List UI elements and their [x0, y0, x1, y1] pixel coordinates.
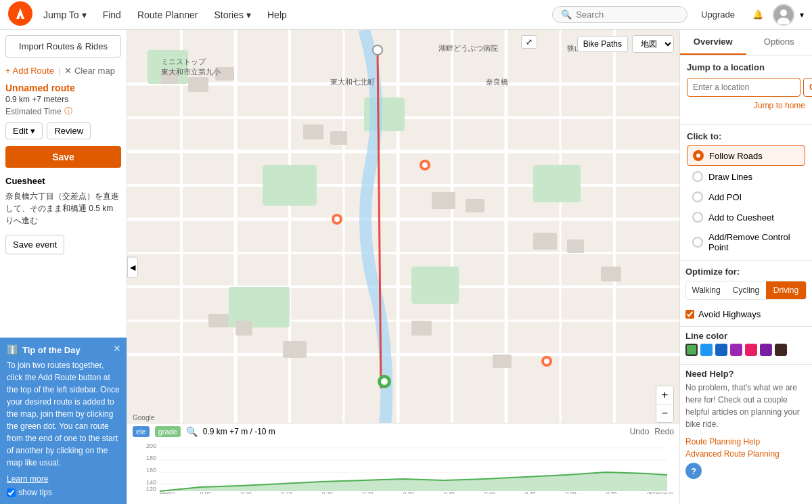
clear-map-button[interactable]: ✕ Clear map	[64, 66, 115, 76]
tip-close-button[interactable]: ✕	[113, 343, 121, 354]
svg-rect-41	[235, 321, 252, 336]
zoom-out-button[interactable]: −	[656, 405, 673, 422]
line-color-title: Line color	[680, 327, 812, 344]
svg-text:160: 160	[146, 467, 156, 474]
show-tips-checkbox[interactable]	[7, 488, 16, 497]
route-name: Unnamed route	[0, 78, 127, 95]
svg-rect-38	[567, 239, 584, 253]
cuesheet-title: Cuesheet	[0, 170, 127, 189]
advanced-route-planning-link[interactable]: Advanced Route Planning	[680, 448, 812, 460]
learn-more-link[interactable]: Learn more	[7, 474, 48, 484]
find-nav[interactable]: Find	[97, 5, 127, 24]
top-navigation: Jump To ▾ Find Route Planner Stories ▾ H…	[0, 0, 812, 30]
route-planning-help-link[interactable]: Route Planning Help	[680, 436, 812, 448]
option-add-cuesheet[interactable]: Add to Cuesheet	[687, 208, 805, 227]
search-input[interactable]	[576, 9, 671, 20]
option-follow-roads[interactable]: Follow Roads	[687, 145, 805, 166]
radio-add-poi	[692, 191, 703, 202]
jump-home-link[interactable]: Jump to home	[687, 101, 805, 110]
elevation-controls: ele grade 🔍 0.9 km +7 m / -10 m Undo Red…	[133, 426, 674, 437]
svg-text:0.35: 0.35	[444, 490, 455, 494]
avoid-highways-label: Avoid Highways	[698, 309, 761, 319]
review-button[interactable]: Review	[47, 122, 91, 139]
color-pink[interactable]	[745, 344, 757, 356]
notification-icon[interactable]: 🔔	[748, 5, 767, 24]
route-planner-nav[interactable]: Route Planner	[132, 5, 204, 24]
svg-text:140: 140	[146, 479, 156, 486]
svg-text:200: 200	[146, 442, 156, 449]
map-label: ミニストップ東大和市立第九小	[161, 57, 221, 77]
help-icon[interactable]: ?	[685, 463, 702, 479]
opt-driving[interactable]: Driving	[766, 281, 806, 299]
color-blue[interactable]	[700, 344, 713, 356]
color-brown[interactable]	[775, 344, 787, 356]
color-dark-purple[interactable]	[760, 344, 772, 356]
elevation-toggle[interactable]: ele	[133, 426, 150, 437]
save-button[interactable]: Save	[5, 146, 121, 168]
svg-rect-35	[432, 192, 455, 209]
expand-map-button[interactable]: ⤢	[521, 35, 537, 49]
tip-text: To join two routes together, click the A…	[7, 359, 120, 469]
strava-logo[interactable]	[8, 1, 32, 28]
elevation-distance: 0.9 km +7 m / -10 m	[203, 427, 275, 436]
map-label: 湖畔どうぶつ病院	[438, 43, 498, 53]
tab-overview[interactable]: Overview	[680, 30, 746, 55]
svg-rect-42	[283, 341, 307, 358]
svg-text:0.45: 0.45	[525, 490, 536, 494]
tab-options[interactable]: Options	[746, 30, 813, 55]
radio-add-cuesheet	[692, 212, 703, 223]
radio-draw-lines	[692, 171, 703, 182]
help-nav[interactable]: Help	[262, 5, 292, 24]
map-area[interactable]: ミニストップ東大和市立第九小 東大和七北町 湖畔どうぶつ病院 狭山ヶ丘幼稚 奈良…	[127, 30, 679, 504]
map-type-select[interactable]: 地図	[632, 35, 674, 53]
color-purple[interactable]	[730, 344, 742, 356]
stories-nav[interactable]: Stories ▾	[208, 5, 256, 24]
tip-panel: ℹ️ Tip of the Day ✕ To join two routes t…	[0, 338, 127, 504]
add-route-button[interactable]: + Add Route	[5, 66, 54, 76]
bike-paths-button[interactable]: Bike Paths	[577, 36, 628, 52]
svg-point-46	[373, 45, 382, 55]
jump-to-menu[interactable]: Jump To ▾	[38, 5, 92, 24]
edit-review-row: Edit ▾ Review	[0, 118, 127, 143]
edit-button[interactable]: Edit ▾	[5, 122, 43, 139]
tip-header: ℹ️ Tip of the Day	[7, 344, 120, 355]
svg-text:0.20: 0.20	[322, 490, 333, 494]
need-help-text: No problem, that's what we are here for!…	[680, 382, 812, 436]
chevron-down-icon: ▾	[30, 126, 35, 136]
jump-input-row: Go	[687, 78, 805, 97]
option-draw-lines[interactable]: Draw Lines	[687, 167, 805, 186]
upgrade-button[interactable]: Upgrade	[693, 5, 743, 24]
avoid-highways-checkbox[interactable]	[685, 310, 694, 319]
undo-button[interactable]: Undo	[630, 427, 650, 436]
svg-text:0.50: 0.50	[566, 490, 577, 494]
jump-location-input[interactable]	[687, 78, 800, 97]
user-avatar[interactable]	[773, 4, 794, 26]
opt-cycling[interactable]: Cycling	[726, 281, 766, 299]
grade-toggle[interactable]: grade	[155, 426, 181, 437]
info-icon: ⓘ	[64, 106, 72, 117]
jump-to-section: Jump to a location Go Jump to home	[680, 55, 812, 124]
radio-follow-roads	[693, 150, 704, 161]
redo-button[interactable]: Redo	[654, 427, 674, 436]
option-add-poi[interactable]: Add POI	[687, 187, 805, 206]
color-green[interactable]	[685, 344, 698, 356]
import-routes-button[interactable]: Import Routes & Rides	[5, 35, 121, 58]
go-button[interactable]: Go	[803, 78, 812, 97]
color-dark-blue[interactable]	[715, 344, 727, 356]
chevron-down-icon[interactable]: ▾	[800, 10, 804, 20]
collapse-sidebar-button[interactable]: ◀	[127, 256, 138, 277]
left-sidebar: Import Routes & Rides + Add Route | ✕ Cl…	[0, 30, 127, 504]
svg-rect-44	[493, 354, 512, 368]
right-sidebar-tabs: Overview Options	[680, 30, 812, 55]
zoom-in-button[interactable]: +	[656, 386, 673, 405]
svg-rect-29	[411, 267, 459, 304]
chevron-down-icon: ▾	[82, 9, 87, 20]
save-event-button[interactable]: Save event	[5, 235, 64, 254]
cuesheet-text: 奈良橋六丁目（交差点）を直進して、そのまま和橋通 0.5 km りへ進む	[0, 189, 127, 232]
need-help-title: Need Help?	[680, 365, 812, 382]
search-box[interactable]: 🔍	[552, 6, 687, 23]
option-add-control-point[interactable]: Add/Remove Control Point	[687, 228, 805, 256]
color-swatches	[680, 344, 812, 361]
opt-walking[interactable]: Walking	[686, 281, 726, 299]
svg-point-52	[422, 162, 428, 168]
